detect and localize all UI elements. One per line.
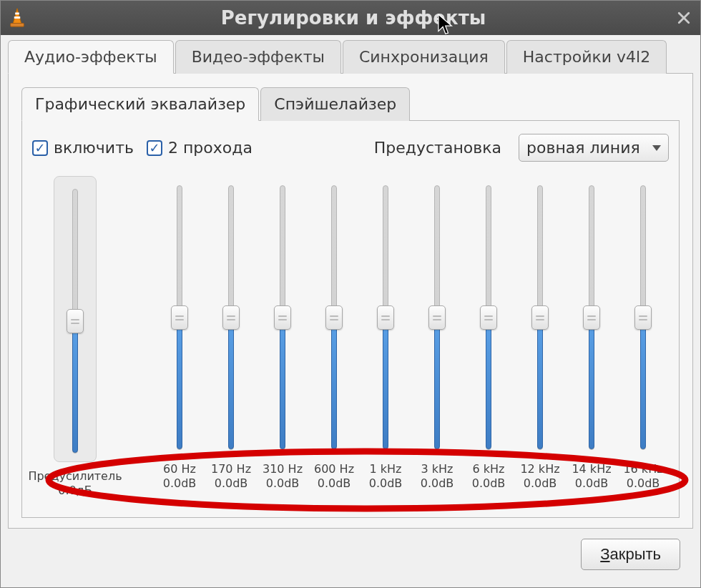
eq-band-2: 310 Hz0.0dB: [257, 176, 308, 491]
eq-controls-row: ✓ включить ✓ 2 прохода Предустановка ров…: [32, 134, 669, 162]
eq-band-3: 600 Hz0.0dB: [308, 176, 360, 491]
eq-band-8: 14 kHz0.0dB: [566, 176, 617, 491]
eq-band-1: 170 Hz0.0dB: [205, 176, 257, 491]
subtab-spatializer[interactable]: Спэйшелайзер: [260, 87, 410, 121]
close-button[interactable]: Закрыть: [581, 539, 680, 570]
slider-knob[interactable]: [583, 305, 600, 330]
tab-v4l2-settings[interactable]: Настройки v4l2: [506, 40, 667, 74]
slider-knob[interactable]: [274, 305, 291, 330]
eq-slider-7[interactable]: [537, 176, 543, 455]
preamp-label: Предусилитель0.0дБ: [28, 469, 122, 498]
eq-band-label-1: 170 Hz0.0dB: [211, 462, 251, 491]
window-title: Регулировки и эффекты: [34, 7, 673, 29]
slider-knob[interactable]: [67, 309, 84, 333]
eq-slider-4[interactable]: [383, 176, 388, 455]
eq-band-6: 6 kHz0.0dB: [463, 176, 514, 491]
eq-band-4: 1 kHz0.0dB: [360, 176, 411, 491]
eq-band-label-2: 310 Hz0.0dB: [263, 462, 303, 491]
twopass-label: 2 прохода: [168, 139, 253, 157]
slider-knob[interactable]: [634, 305, 652, 330]
slider-knob[interactable]: [531, 305, 549, 330]
audio-effects-panel: Графический эквалайзер Спэйшелайзер ✓ вк…: [8, 74, 693, 529]
slider-knob[interactable]: [222, 305, 240, 330]
svg-rect-3: [11, 24, 24, 27]
eq-band-label-5: 3 kHz0.0dB: [421, 462, 454, 491]
dialog-footer: Закрыть: [8, 529, 693, 580]
equalizer-panel: ✓ включить ✓ 2 прохода Предустановка ров…: [21, 121, 680, 518]
subtab-equalizer[interactable]: Графический эквалайзер: [21, 87, 259, 121]
slider-knob[interactable]: [480, 305, 497, 330]
slider-knob[interactable]: [325, 305, 343, 330]
preset-value: ровная линия: [526, 139, 640, 157]
preset-label: Предустановка: [374, 139, 501, 157]
eq-slider-8[interactable]: [589, 176, 594, 455]
vlc-cone-icon: [6, 7, 28, 29]
eq-band-7: 12 kHz0.0dB: [514, 176, 566, 491]
tab-audio-effects[interactable]: Аудио-эффекты: [8, 40, 174, 74]
audio-subtabbar: Графический эквалайзер Спэйшелайзер: [21, 87, 680, 121]
enable-label: включить: [54, 139, 134, 157]
twopass-checkbox[interactable]: ✓ 2 прохода: [147, 139, 253, 157]
eq-slider-2[interactable]: [280, 176, 285, 455]
eq-slider-0[interactable]: [177, 176, 182, 455]
titlebar[interactable]: Регулировки и эффекты: [1, 1, 700, 35]
enable-checkbox[interactable]: ✓ включить: [32, 139, 134, 157]
eq-slider-1[interactable]: [228, 176, 234, 455]
svg-marker-0: [13, 9, 21, 24]
svg-rect-1: [15, 13, 19, 15]
tab-video-effects[interactable]: Видео-эффекты: [175, 40, 341, 74]
eq-slider-3[interactable]: [331, 176, 337, 455]
eq-sliders: Предусилитель0.0дБ60 Hz0.0dB170 Hz0.0dB3…: [32, 176, 669, 510]
eq-band-9: 16 kHz0.0dB: [617, 176, 669, 491]
close-button-accel: З: [600, 545, 609, 563]
main-tabbar: Аудио-эффекты Видео-эффекты Синхронизаци…: [8, 39, 693, 74]
svg-rect-2: [14, 16, 20, 19]
eq-band-5: 3 kHz0.0dB: [411, 176, 463, 491]
eq-band-label-4: 1 kHz0.0dB: [369, 462, 403, 491]
check-icon: ✓: [147, 140, 162, 156]
tab-synchronization[interactable]: Синхронизация: [343, 40, 505, 74]
chevron-down-icon: [652, 145, 661, 151]
eq-band-label-8: 14 kHz0.0dB: [572, 462, 611, 491]
check-icon: ✓: [32, 140, 48, 156]
eq-slider-5[interactable]: [434, 176, 440, 455]
slider-knob[interactable]: [428, 305, 446, 330]
preset-select[interactable]: ровная линия: [519, 134, 669, 162]
eq-band-label-3: 600 Hz0.0dB: [314, 462, 354, 491]
slider-knob[interactable]: [377, 305, 394, 330]
eq-band-label-0: 60 Hz0.0dB: [163, 462, 197, 491]
adjustments-window: Регулировки и эффекты Аудио-эффекты Виде…: [0, 0, 701, 588]
client-area: Аудио-эффекты Видео-эффекты Синхронизаци…: [1, 35, 700, 587]
eq-band-0: 60 Hz0.0dB: [154, 176, 205, 491]
preamp-band: Предусилитель0.0дБ: [32, 176, 118, 498]
preamp-slider[interactable]: [54, 176, 97, 462]
eq-slider-6[interactable]: [486, 176, 491, 455]
close-icon[interactable]: [673, 7, 695, 29]
eq-slider-9[interactable]: [640, 176, 646, 455]
close-button-rest: акрыть: [610, 545, 661, 563]
slider-knob[interactable]: [171, 305, 188, 330]
eq-band-label-6: 6 kHz0.0dB: [472, 462, 506, 491]
eq-band-label-9: 16 kHz0.0dB: [623, 462, 662, 491]
eq-band-label-7: 12 kHz0.0dB: [520, 462, 559, 491]
